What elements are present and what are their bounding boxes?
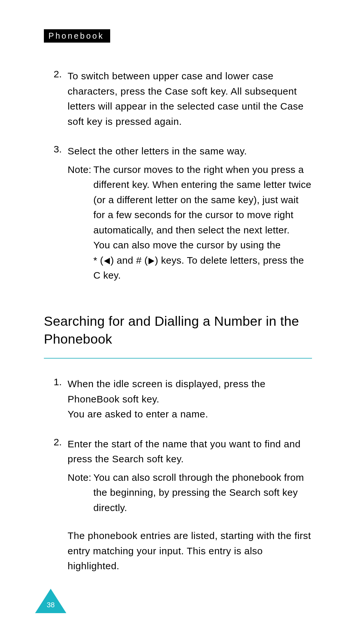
- step-number: 2.: [44, 69, 62, 80]
- page-number: 38: [35, 597, 66, 613]
- step-3: 3. Select the other letters in the same …: [44, 144, 312, 283]
- text-fragment: soft key is pressed again.: [68, 116, 182, 127]
- result-text: The phonebook entries are listed, starti…: [44, 528, 312, 574]
- step-number: 2.: [44, 437, 62, 448]
- note-body: You can also scroll through the phoneboo…: [91, 470, 312, 516]
- note-block: Note: You can also scroll through the ph…: [44, 470, 312, 516]
- key-name: Search: [112, 453, 144, 464]
- note-text: * (: [93, 255, 103, 266]
- key-name: Case: [280, 101, 304, 112]
- note-label: Note:: [68, 470, 91, 516]
- key-name: Case: [165, 86, 188, 97]
- text-fragment: Enter the start of the name that you wan…: [68, 439, 301, 465]
- key-name: PhoneBook: [68, 394, 120, 404]
- text-fragment: soft key.: [144, 453, 184, 464]
- page-content: Phonebook 2. To switch between upper cas…: [0, 0, 351, 614]
- step-number: 3.: [44, 144, 62, 155]
- arrow-left-icon: [104, 258, 110, 264]
- step-2b: 2. Enter the start of the name that you …: [44, 437, 312, 574]
- step-text: Enter the start of the name that you wan…: [62, 437, 312, 467]
- key-name: C: [93, 270, 100, 281]
- step-number: 1.: [44, 376, 62, 388]
- note-label: Note:: [68, 162, 91, 283]
- note-text: key.: [100, 270, 121, 281]
- text-fragment: When the idle screen is displayed, press…: [68, 378, 266, 389]
- step-2: 2. To switch between upper case and lowe…: [44, 69, 312, 129]
- section-2: 1. When the idle screen is displayed, pr…: [44, 376, 312, 574]
- note-text: You can also move the cursor by using th…: [93, 240, 281, 250]
- section-heading: Searching for and Dialling a Number in t…: [44, 312, 312, 359]
- header-tag: Phonebook: [44, 29, 110, 43]
- step-text: When the idle screen is displayed, press…: [62, 376, 312, 422]
- note-body: The cursor moves to the right when you p…: [91, 162, 312, 283]
- step-text: To switch between upper case and lower c…: [62, 69, 312, 129]
- step-text: Select the other letters in the same way…: [62, 144, 247, 159]
- note-text: ) and # (: [110, 255, 148, 266]
- section-1: 2. To switch between upper case and lowe…: [44, 69, 312, 283]
- arrow-right-icon: [149, 258, 154, 264]
- text-fragment: soft key.: [120, 394, 160, 404]
- text-fragment: You are asked to enter a name.: [68, 409, 208, 419]
- note-text: The cursor moves to the right when you p…: [93, 164, 311, 235]
- note-text: ) keys. To delete letters, press the: [155, 255, 304, 266]
- step-1: 1. When the idle screen is displayed, pr…: [44, 376, 312, 422]
- note-block: Note: The cursor moves to the right when…: [44, 162, 312, 283]
